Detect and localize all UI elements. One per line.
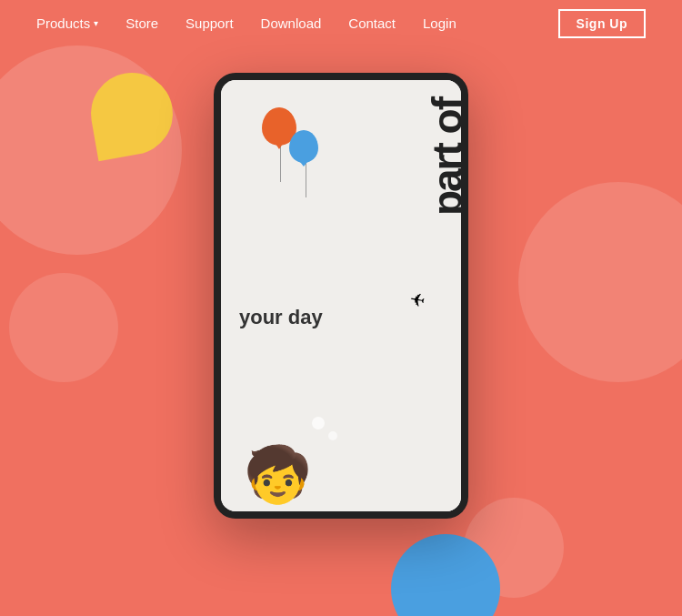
nav-support[interactable]: Support (186, 15, 234, 31)
navigation: Products ▾ Store Support Download Contac… (0, 0, 682, 46)
bubble1 (312, 417, 325, 429)
bg-circle-mid-left (9, 273, 118, 382)
balloon-blue (289, 130, 322, 170)
balloon-blue-ball (289, 130, 318, 163)
signup-button[interactable]: Sign Up (558, 9, 646, 38)
yellow-shape (85, 66, 179, 161)
your-day-text: your day (239, 306, 323, 329)
nav-login-label: Login (423, 15, 456, 31)
chevron-down-icon: ▾ (94, 18, 98, 28)
nav-contact[interactable]: Contact (348, 15, 396, 31)
device: part of your day ✈ 🧒 (214, 73, 468, 519)
balloon-blue-string (306, 163, 306, 197)
nav-store-label: Store (125, 15, 158, 31)
airplane-icon: ✈ (407, 288, 426, 313)
nav-items: Products ▾ Store Support Download Contac… (36, 15, 558, 31)
vertical-text: part of (426, 98, 461, 216)
device-wrapper: part of your day ✈ 🧒 (214, 73, 468, 519)
nav-products-label: Products (36, 15, 90, 31)
device-screen: part of your day ✈ 🧒 (221, 80, 461, 511)
nav-download[interactable]: Download (261, 15, 322, 31)
nav-contact-label: Contact (348, 15, 396, 31)
blue-circle-bottom (391, 534, 500, 616)
nav-store[interactable]: Store (125, 15, 158, 31)
nav-login[interactable]: Login (423, 15, 456, 31)
bg-circle-right (518, 182, 682, 382)
nav-products[interactable]: Products ▾ (36, 15, 98, 31)
bg-circle-top-left (0, 45, 182, 255)
nav-download-label: Download (261, 15, 322, 31)
bubble2 (328, 431, 337, 440)
nav-support-label: Support (186, 15, 234, 31)
balloon-orange-string (280, 146, 281, 182)
character-illustration: 🧒 (244, 448, 312, 502)
